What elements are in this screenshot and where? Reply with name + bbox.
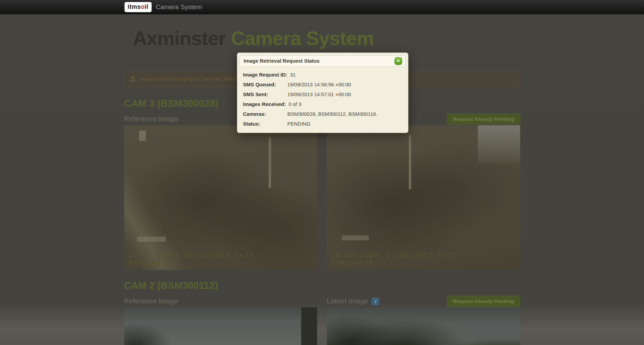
dialog-row-cameras: Cameras: BSM300028, BSM300112, BSM300116… [243,110,403,117]
app-title: Camera System [156,3,202,11]
dialog-row-request-id: Image Request ID: 31 [243,71,403,78]
row-label: SMS Queued: [243,81,287,88]
close-icon[interactable]: ✕ [395,57,402,65]
row-value: 19/09/2013 14:56:56 +00:00 [287,81,351,88]
row-label: SMS Sent: [243,91,287,98]
row-value: 0 of 3 [289,101,302,108]
row-value: 31 [290,71,296,78]
row-label: Images Received: [243,101,289,108]
logo-text-part1: itms [128,3,141,10]
row-value: PENDING [287,120,310,127]
row-label: Cameras: [243,110,287,117]
logo-text-part2: il [145,3,149,10]
itmsoil-logo[interactable]: itmsoil [125,2,152,12]
logo-o-mark: o [141,3,145,10]
dialog-row-sms-queued: SMS Queued: 19/09/2013 14:56:56 +00:00 [243,81,403,88]
dialog-title: Image Retrieval Request Status [244,58,319,64]
row-value: 19/09/2013 14:57:01 +00:00 [287,91,351,98]
dialog-row-images-received: Images Received: 0 of 3 [243,101,403,108]
dialog-row-status: Status: PENDING [243,120,403,127]
row-label: Image Request ID: [243,71,290,78]
row-label: Status: [243,120,287,127]
image-retrieval-status-dialog: Image Retrieval Request Status ✕ Image R… [237,52,408,133]
row-value: BSM300028, BSM300112, BSM300116. [287,110,377,117]
dialog-body: Image Request ID: 31 SMS Queued: 19/09/2… [237,69,408,133]
dialog-row-sms-sent: SMS Sent: 19/09/2013 14:57:01 +00:00 [243,91,403,98]
top-navbar: itmsoil Camera System [0,0,644,14]
dialog-titlebar[interactable]: Image Retrieval Request Status ✕ [240,55,406,67]
